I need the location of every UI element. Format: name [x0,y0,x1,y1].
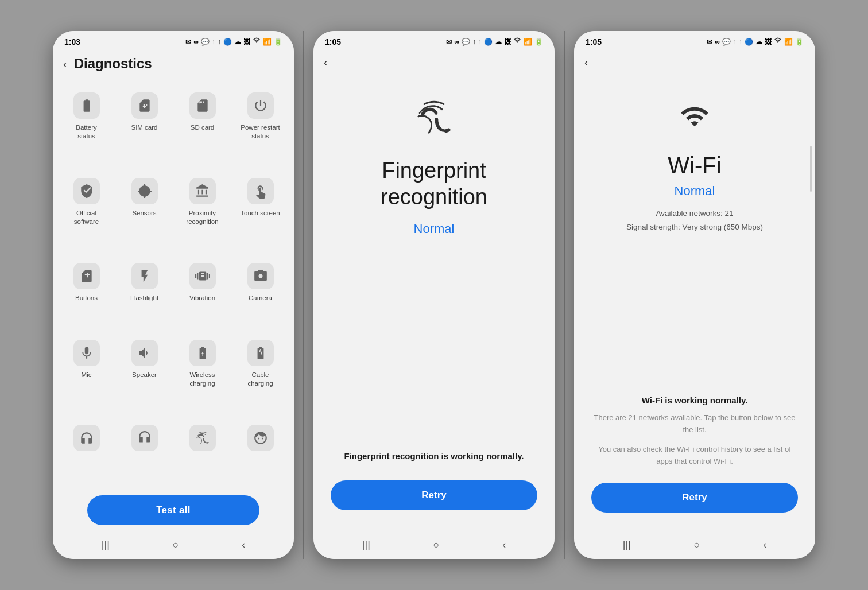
message-icon-2: 💬 [462,38,470,46]
recent-apps-icon-2[interactable]: ||| [362,539,370,551]
camera-label: Camera [249,294,272,302]
diag-speaker[interactable]: Speaker [115,331,173,416]
diag-face-id[interactable] [231,416,289,484]
official-software-label: Officialsoftware [74,209,99,226]
sensors-icon [131,178,158,204]
back-button-1[interactable]: ‹ [63,57,67,71]
vibration-icon [189,263,216,289]
upload2-icon-2: ↑ [478,38,482,46]
diag-wireless-charging[interactable]: Wirelesscharging [173,331,231,416]
diag-buttons[interactable]: Buttons [57,254,115,331]
test-all-button[interactable]: Test all [87,495,259,525]
wifi-result-screen: Wi-Fi Normal Available networks: 21 Sign… [574,75,815,533]
diag-battery-status[interactable]: Batterystatus [57,83,115,169]
wifi-result-desc: Wi-Fi is working normally. [642,395,748,405]
back-icon-2[interactable]: ‹ [502,539,506,551]
sensors-label: Sensors [132,209,156,218]
mic-label: Mic [82,371,92,379]
diag-official-software[interactable]: Officialsoftware [57,169,115,254]
voicemail-icon: ∞ [193,38,199,46]
fingerprint-result-status: Normal [414,222,455,236]
status-icons-3: ✉ ∞ 💬 ↑ ↑ 🔵 ☁ 🖼 📶 🔋 [707,37,804,46]
diag-mic[interactable]: Mic [57,331,115,416]
home-icon-3[interactable]: ○ [694,539,700,551]
wifi-result-title: Wi-Fi [668,152,721,179]
power-restart-label: Power restartstatus [241,123,280,141]
recent-apps-icon-3[interactable]: ||| [623,539,631,551]
diag-sensors[interactable]: Sensors [115,169,173,254]
phone-diagnostics: 1:03 ✉ ∞ 💬 ↑ ↑ 🔵 ☁ 🖼 📶 🔋 ‹ Diagnostics [53,31,294,559]
wifi-subtext-1: There are 21 networks available. Tap the… [591,412,798,436]
recent-apps-icon[interactable]: ||| [102,539,110,551]
signal-icon-2: 📶 [524,38,532,46]
fingerprint-result-screen: Fingerprint recognition Normal Fingerpri… [313,75,555,533]
back-icon[interactable]: ‹ [242,539,245,551]
home-icon[interactable]: ○ [173,539,179,551]
diag-vibration[interactable]: Vibration [173,254,231,331]
info-icon-2: 🔵 [484,38,493,46]
fingerprint-result-desc: Fingerprint recognition is working norma… [344,451,524,461]
diag-headphones[interactable] [115,416,173,484]
wifi-icon-2 [513,37,521,46]
wifi-icon [253,37,261,46]
diagnostics-grid: Batterystatus SIM card SD card Power res… [53,77,294,490]
phone-fingerprint: 1:05 ✉ ∞ 💬 ↑ ↑ 🔵 ☁ 🖼 📶 🔋 ‹ [313,31,555,559]
nav-bottom-3: ||| ○ ‹ [574,533,815,559]
back-button-2[interactable]: ‹ [324,56,328,69]
proximity-label: Proximityrecognition [186,209,218,226]
sim-card-label: SIM card [131,123,157,132]
diag-fingerprint-grid[interactable] [173,416,231,484]
sd-card-icon [189,92,216,119]
official-software-icon [73,178,100,204]
status-time-1: 1:03 [64,37,80,46]
mic-icon [73,340,100,366]
vibration-label: Vibration [189,294,215,302]
status-bar-3: 1:05 ✉ ∞ 💬 ↑ ↑ 🔵 ☁ 🖼 📶 🔋 [574,31,815,50]
message-icon: 💬 [201,38,210,46]
sim-card-icon [131,92,158,119]
fingerprint-result-title: Fingerprint recognition [381,158,487,210]
wifi-icon-3 [774,37,782,46]
back-button-3[interactable]: ‹ [584,56,588,69]
info-icon-3: 🔵 [745,38,753,46]
battery-icon-2: 🔋 [534,38,543,46]
diag-flashlight[interactable]: Flashlight [115,254,173,331]
scroll-indicator [810,146,812,192]
flashlight-label: Flashlight [130,294,158,302]
diag-sd-card[interactable]: SD card [173,83,231,169]
diag-power-restart[interactable]: Power restartstatus [231,83,289,169]
image-icon-2: 🖼 [504,38,511,46]
nav-header-2: ‹ [313,50,555,75]
wireless-charging-label: Wirelesscharging [189,371,215,388]
wifi-subtext-2: You can also check the Wi-Fi control his… [591,444,798,468]
proximity-icon [189,178,216,204]
back-icon-3[interactable]: ‹ [763,539,766,551]
nav-bottom-1: ||| ○ ‹ [53,533,294,559]
sd-card-label: SD card [191,123,215,132]
status-bar-1: 1:03 ✉ ∞ 💬 ↑ ↑ 🔵 ☁ 🖼 📶 🔋 [53,31,294,50]
diag-sim-card[interactable]: SIM card [115,83,173,169]
fingerprint-grid-icon [189,425,216,451]
status-time-2: 1:05 [325,37,341,46]
signal-icon: 📶 [263,38,272,46]
speaker-icon [131,340,158,366]
wifi-networks: Available networks: 21 [656,209,734,218]
home-icon-2[interactable]: ○ [433,539,440,551]
nav-header-1: ‹ Diagnostics [53,50,294,77]
upload2-icon: ↑ [218,38,221,46]
diag-proximity[interactable]: Proximityrecognition [173,169,231,254]
diag-camera[interactable]: Camera [231,254,289,331]
message-icon-3: 💬 [722,38,731,46]
wifi-signal: Signal strength: Very strong (650 Mbps) [626,223,763,231]
diag-aux[interactable] [57,416,115,484]
fingerprint-retry-button[interactable]: Retry [331,480,537,510]
divider-1 [303,31,304,559]
image-icon: 🖼 [243,38,250,46]
diag-touch-screen[interactable]: Touch screen [231,169,289,254]
wifi-retry-button[interactable]: Retry [591,483,798,513]
mail-icon-2: ✉ [446,38,452,46]
diag-cable-charging[interactable]: Cablecharging [231,331,289,416]
wifi-result-status: Normal [675,184,715,199]
battery-icon-3: 🔋 [795,38,804,46]
speaker-label: Speaker [132,371,157,379]
